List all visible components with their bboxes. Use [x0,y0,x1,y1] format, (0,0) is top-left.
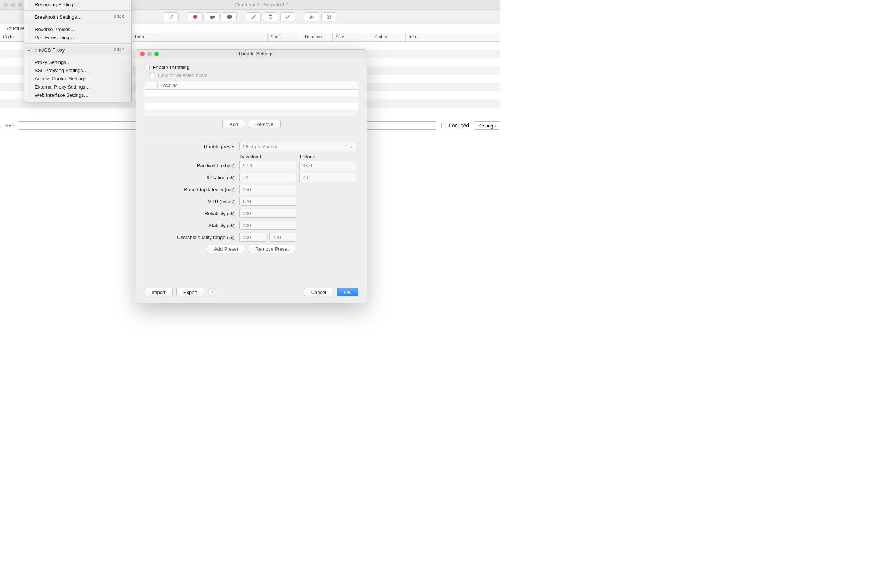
throttle-preset-select[interactable]: 56 kbps Modem ⌃⌄ [240,142,356,151]
window-traffic-lights[interactable] [4,3,23,7]
utilisation-download-input [240,173,296,182]
wrench-icon[interactable] [304,12,319,21]
proxy-menu: Recording Settings… Breakpoint Settings…… [24,0,132,102]
svg-marker-3 [227,15,232,19]
utilisation-label: Utilisation (%): [145,175,240,180]
menu-ssl-proxying-settings[interactable]: SSL Proxying Settings… [24,66,131,74]
chevron-up-down-icon: ⌃⌄ [344,144,353,149]
enable-throttling-label: Enable Throttling [153,64,189,70]
bandwidth-upload-input [299,161,356,170]
preset-label: Throttle preset: [145,144,240,149]
stability-label: Stability (%): [145,223,240,228]
checkmark-icon: ✓ [28,47,32,52]
list-item[interactable] [145,90,358,96]
mtu-input [240,197,296,206]
hex-icon[interactable] [222,12,237,21]
record-icon[interactable] [188,12,203,21]
dialog-title: Throttle Settings [146,51,366,56]
cancel-button[interactable]: Cancel [304,288,333,296]
menu-external-proxy-settings[interactable]: External Proxy Settings… [24,82,131,91]
mtu-label: MTU (bytes): [145,199,240,204]
focused-check-input[interactable] [441,123,446,128]
col-code[interactable]: Code [0,33,24,42]
menu-proxy-settings[interactable]: Proxy Settings… [24,58,131,66]
tab-structure[interactable]: Structure [0,24,24,33]
col-start[interactable]: Start [267,33,302,42]
add-location-button: Add [222,120,245,128]
svg-point-0 [193,15,197,19]
svg-point-5 [329,16,330,17]
export-button[interactable]: Export [176,288,205,296]
menu-port-forwarding[interactable]: Port Forwarding… [24,33,131,42]
broom-icon[interactable] [164,12,179,21]
unstable-max-input [269,233,296,242]
menu-separator [24,56,131,56]
only-selected-label: Only for selected hosts [158,72,207,78]
list-item[interactable] [145,103,358,110]
focused-checkbox[interactable]: Focused [441,123,469,129]
settings-button[interactable]: Settings [474,122,500,130]
col-path[interactable]: Path [132,33,267,42]
import-button[interactable]: Import [145,288,173,296]
latency-label: Round-trip latency (ms): [145,187,240,192]
menu-access-control-settings[interactable]: Access Control Settings… [24,74,131,82]
menu-reverse-proxies[interactable]: Reverse Proxies… [24,25,131,33]
svg-point-2 [214,16,215,18]
enable-throttling-input[interactable] [145,65,150,70]
dialog-titlebar: Throttle Settings [137,50,366,58]
only-selected-hosts-checkbox[interactable]: Only for selected hosts [150,72,358,78]
menu-breakpoint-settings[interactable]: Breakpoint Settings…⇧⌘K [24,13,131,21]
col-status[interactable]: Status [371,33,406,42]
bandwidth-label: Bandwidth (kbps): [145,163,240,168]
pencil-icon[interactable] [246,12,261,21]
col-duration[interactable]: Duration [302,33,333,42]
divider [145,136,358,136]
only-selected-input [150,73,155,78]
add-preset-button: Add Preset [207,245,245,253]
utilisation-upload-input [299,173,356,182]
refresh-icon[interactable] [263,12,278,21]
upload-header: Upload [300,154,357,159]
location-header: Location [145,82,358,90]
unstable-min-input [240,233,266,242]
menu-separator [24,10,131,11]
check-icon[interactable] [280,12,295,21]
col-info[interactable]: Info [406,33,500,42]
bandwidth-download-input [240,161,296,170]
remove-location-button: Remove [248,120,280,128]
menu-separator [24,44,131,44]
latency-input [240,185,296,194]
filter-label: Filter: [2,123,15,129]
reliability-label: Reliability (%): [145,211,240,216]
turtle-icon[interactable] [205,12,220,21]
menu-separator [24,23,131,23]
reliability-input [240,209,296,218]
gear-icon[interactable] [321,12,336,21]
remove-preset-button: Remove Preset [248,245,296,253]
enable-throttling-checkbox[interactable]: Enable Throttling [145,64,358,70]
menu-recording-settings[interactable]: Recording Settings… [24,0,131,9]
list-item[interactable] [145,110,358,116]
download-header: Download [240,154,296,159]
list-item[interactable] [145,96,358,103]
svg-point-1 [210,16,214,19]
col-size[interactable]: Size [333,33,371,42]
location-column-label: Location [158,82,180,89]
menu-macos-proxy[interactable]: ✓macOS Proxy⇧⌘P [24,46,131,54]
location-list[interactable]: Location [145,82,358,116]
ok-button[interactable]: OK [337,288,358,296]
help-button[interactable]: ? [208,288,216,296]
unstable-label: Unstable quality range (%): [145,235,240,240]
focused-label: Focused [449,123,469,129]
main-window: Charles 4.2 - Session 1 * Structure Code… [0,0,500,336]
throttle-settings-dialog: Throttle Settings Enable Throttling Only… [136,49,367,303]
stability-input [240,221,296,230]
preset-value: 56 kbps Modem [243,144,278,149]
menu-web-interface-settings[interactable]: Web Interface Settings… [24,91,131,99]
